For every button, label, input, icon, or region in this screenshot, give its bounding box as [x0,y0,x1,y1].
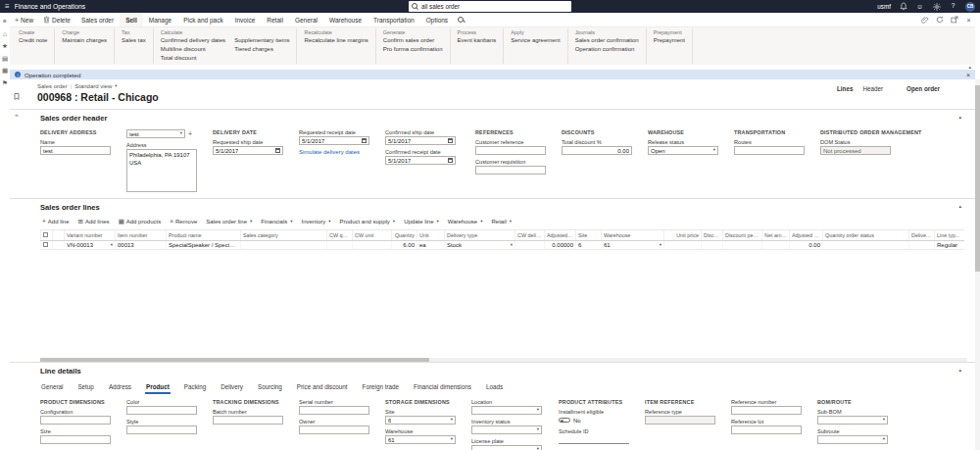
inventory-status-select[interactable] [471,425,542,434]
sales-category-cell[interactable] [241,241,327,250]
section-title[interactable]: Sales order header [10,110,975,123]
column-header[interactable]: Discount [702,230,723,241]
tab-sell[interactable]: Sell [120,13,143,26]
product-name-cell[interactable]: SpecialSpeaker / SpecialSpeaker [167,241,241,250]
calendar-icon[interactable] [362,138,367,143]
tiered-charges-button[interactable]: Tiered charges [234,46,289,53]
tab-retail[interactable]: Retail [261,13,289,26]
detail-tab-product[interactable]: Product [145,382,171,394]
column-header[interactable]: Variant number [65,230,116,241]
size-input[interactable] [40,435,111,444]
sub-bom-select[interactable] [817,416,888,425]
lines-view-button[interactable]: Lines [837,85,853,92]
serial-number-input[interactable] [299,406,369,415]
detail-tab-packing[interactable]: Packing [183,382,207,394]
tab-transportation[interactable]: Transportation [368,13,420,26]
add-lines-button[interactable]: Add lines [77,219,109,225]
product-and-supply-menu[interactable]: Product and supply [339,219,395,225]
select-all-header[interactable] [41,230,53,241]
cw-deliver-now-cell[interactable] [515,241,545,250]
unit-cell[interactable]: ea [417,241,445,250]
detail-tab-delivery[interactable]: Delivery [220,382,244,394]
unit-price-cell[interactable] [664,241,702,250]
refresh-icon[interactable] [935,16,944,25]
operation-confirmation-button[interactable]: Operation confirmation [575,46,639,53]
color-input[interactable] [126,406,197,415]
nav-favorites-icon[interactable] [2,43,8,50]
confirmed-delivery-dates-button[interactable]: Confirmed delivery dates [161,37,225,44]
attachments-icon[interactable] [920,16,929,25]
inventory-menu[interactable]: Inventory [302,219,331,225]
row-checkbox[interactable] [43,242,48,247]
column-header[interactable]: Quantity [392,230,417,241]
column-header[interactable]: Discount perce... [723,230,762,241]
confirm-sales-order-button[interactable]: Confirm sales order [383,37,443,44]
schedule-id-input[interactable] [559,435,629,444]
vertical-scrollbar[interactable] [975,79,980,450]
supplementary-items-button[interactable]: Supplementary items [234,37,289,44]
total-discount-input[interactable]: 0.00 [562,146,632,155]
bookmark-icon[interactable] [14,86,20,104]
license-plate-select[interactable] [471,445,542,450]
open-in-new-window-icon[interactable] [950,16,958,25]
user-avatar[interactable]: CB [965,2,975,12]
tab-warehouse[interactable]: Warehouse [323,13,368,26]
detail-tab-financial-dimensions[interactable]: Financial dimensions [413,382,472,394]
tab-sales-order[interactable]: Sales order [75,13,120,26]
view-selector[interactable]: Standard view [74,83,112,89]
tab-options[interactable]: Options [420,13,454,26]
collapse-section-icon[interactable] [958,204,961,209]
cw-quantity-cell[interactable] [327,241,353,250]
style-input[interactable] [126,425,197,434]
action-search-icon[interactable] [458,17,465,24]
nav-modules-icon[interactable] [2,80,8,87]
owner-input[interactable] [299,425,369,434]
delivery-type-cell[interactable]: Stock [445,241,515,250]
item-number-cell[interactable]: 00013 [116,241,167,250]
update-line-menu[interactable]: Update line [404,219,439,225]
view-selector-caret-icon[interactable] [115,84,117,89]
warehouse-menu[interactable]: Warehouse [448,219,483,225]
service-agreement-button[interactable]: Service agreement [511,37,560,44]
configuration-input[interactable] [40,416,111,425]
section-title[interactable]: Line details [10,363,975,375]
delivery-address-select[interactable]: test [126,129,185,138]
simulate-delivery-dates-link[interactable]: Simulate delivery dates [299,149,369,155]
requested-receipt-date-input[interactable]: 5/1/2017 [299,136,369,145]
requested-ship-date-input[interactable]: 5/1/2017 [213,146,283,155]
tab-pick-and-pack[interactable]: Pick and pack [177,13,228,26]
reference-lot-input[interactable] [731,425,802,434]
delete-button[interactable]: Delete [38,13,75,26]
remove-button[interactable]: Remove [170,219,197,225]
column-header[interactable]: Adjusted unit... [545,230,576,241]
discount-cell[interactable] [702,241,723,250]
column-header[interactable]: CW deliver now [515,230,545,241]
add-line-button[interactable]: Add line [42,219,69,225]
header-view-button[interactable]: Header [862,85,883,92]
settings-gear-icon[interactable] [932,2,941,11]
sales-tax-button[interactable]: Sales tax [122,37,146,44]
maintain-charges-button[interactable]: Maintain charges [62,37,107,44]
line-type-cell[interactable]: Regular [935,241,964,250]
column-header[interactable]: Deliver rem... [909,230,935,241]
column-header[interactable]: Adjusted net a... [790,230,823,241]
collapse-ribbon-icon[interactable] [968,65,971,70]
name-input[interactable]: test [40,146,111,155]
detail-tab-address[interactable]: Address [108,382,132,394]
calendar-icon[interactable] [448,138,453,143]
column-header[interactable]: Product name [167,230,241,241]
event-kanbans-button[interactable]: Event kanbans [458,37,497,44]
feedback-icon[interactable] [915,2,924,11]
recalculate-line-margins-button[interactable]: Recalculate line margins [304,37,368,44]
retail-menu[interactable]: Retail [491,219,512,225]
column-header[interactable]: Quantity order status [823,230,909,241]
detail-tab-sourcing[interactable]: Sourcing [257,382,283,394]
column-header[interactable]: Item number [116,230,167,241]
subroute-select[interactable] [817,435,888,444]
reference-number-input[interactable] [731,406,802,415]
variant-number-cell[interactable]: VN-00013 [65,241,116,250]
column-header[interactable]: Site [576,230,602,241]
quantity-cell[interactable]: 6.00 [392,241,417,250]
nav-recent-icon[interactable] [2,56,8,63]
add-products-button[interactable]: Add products [119,219,162,225]
